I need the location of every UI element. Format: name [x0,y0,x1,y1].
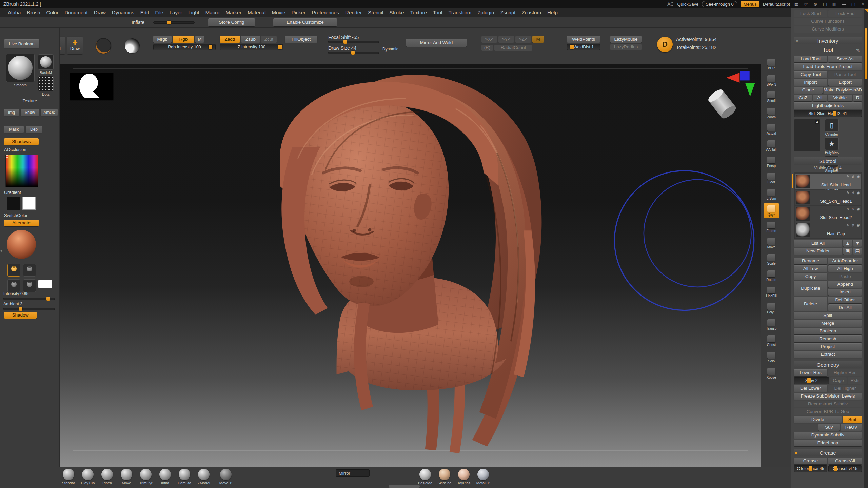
quick-material[interactable]: Metal 0° [475,469,491,485]
del-higher-button[interactable]: Del Higher [828,385,862,392]
higher-res-button[interactable]: Higher Res [828,369,862,376]
dep-button[interactable]: Dep [26,126,42,133]
lower-res-button[interactable]: Lower Res [794,369,827,376]
merge-button[interactable]: Merge [794,320,862,327]
shelf-button[interactable]: L.Sym [764,187,779,202]
curve-modifiers-button[interactable]: Curve Modifiers [794,26,862,33]
mirror-input[interactable] [336,469,370,477]
tool-thumbnail[interactable]: ★ PolyMes [822,137,842,155]
aocclusion-label[interactable]: AOcclusion [4,147,26,152]
insert-button[interactable]: Insert [828,289,862,296]
pen-icon[interactable]: ✎ [846,207,849,211]
material-thumbnail[interactable] [38,54,54,70]
eye-icon[interactable]: ◉ [856,207,860,211]
zadd-button[interactable]: Zadd [220,36,240,43]
maximize-button[interactable]: ▢ [850,2,856,7]
split-button[interactable]: Split [794,312,862,319]
geometry-header[interactable]: Geometry [794,361,862,368]
menu-item[interactable]: Layer [166,8,185,16]
current-tool-thumbnail[interactable]: 4 [794,119,820,151]
menu-item[interactable]: Movie [269,8,288,16]
menu-item[interactable]: Macro [202,8,223,16]
cage-button[interactable]: Cage [830,377,847,384]
shelf-button[interactable]: LineFill [764,285,779,300]
weld-points-button[interactable]: WeldPoints [567,36,600,43]
tool-thumbnail[interactable]: ▯ Cylinder [822,119,842,136]
reuv-button[interactable]: ReUV [841,424,862,431]
light-2-toggle[interactable] [23,264,36,277]
mirror-and-weld-button[interactable]: Mirror And Weld [406,39,467,47]
menu-item[interactable]: Zscript [497,8,518,16]
move-down-button[interactable]: ▼ [853,240,862,247]
menu-item[interactable]: Document [61,8,91,16]
rgb-intensity-slider[interactable]: Rgb Intensity 100 [153,44,216,50]
load-tool-button[interactable]: Load Tool [794,56,827,62]
shadow-button[interactable]: Shadow [4,312,37,319]
creaselvl-slider[interactable]: CreaseLvl 15 [828,465,862,472]
shelf-button[interactable]: Transp [764,317,779,332]
shelf-button[interactable]: Frame [764,220,779,235]
subtool-row[interactable]: ✎ ⊕ ◉ Std_Skin_Head2 [795,206,861,222]
document-canvas[interactable] [60,64,761,467]
gradient-sphere-icon[interactable] [125,38,140,53]
subtool-thumbnail[interactable] [796,175,810,188]
symmetry-z-button[interactable]: >Z< [515,36,531,43]
shelf-button[interactable]: Scroll [764,89,779,104]
menu-item[interactable]: Help [544,8,561,16]
all-low-button[interactable]: All Low [794,265,827,272]
quick-material[interactable]: ToyPlas [456,469,472,485]
canvas-scroll-nub[interactable] [389,485,420,488]
menus-button[interactable]: Menus [741,1,760,7]
edgeloop-button[interactable]: EdgeLoop [794,440,862,446]
goz-all-button[interactable]: All [813,95,826,101]
shelf-button[interactable]: Ghost [764,333,779,348]
smt-button[interactable]: Smt [843,416,862,423]
shelf-button[interactable]: PolyF [764,301,779,316]
cylinder-gizmo-icon[interactable] [707,87,738,121]
add-icon[interactable]: ⊕ [851,175,854,178]
light-3-toggle[interactable] [7,279,20,292]
clone-button[interactable]: Clone [794,87,823,94]
symmetry-y-button[interactable]: >Y< [498,36,514,43]
quicksave-button[interactable]: QuickSave [677,2,698,7]
goz-r-button[interactable]: R [853,95,862,101]
dynamic-subdiv-button[interactable]: Dynamic Subdiv [794,432,862,439]
document-thumbnail[interactable] [70,73,113,101]
freeze-subdivision-button[interactable]: Freeze SubDivision Levels [794,393,862,400]
z-intensity-slider[interactable]: Z Intensity 100 [220,44,283,50]
radial-r-button[interactable]: (R) [481,45,493,51]
mrgb-button[interactable]: Mrgb [153,36,172,43]
shelf-button[interactable]: SPix 3 [764,73,779,88]
rgb-button[interactable]: Rgb [173,36,194,43]
subtool-row[interactable]: ✎ ⊕ ◉ Std_Skin_Head [795,174,861,189]
alternate-button[interactable]: Alternate [4,220,39,226]
weld-dist-slider[interactable]: WeldDist 1 [567,44,600,50]
live-boolean-button[interactable]: Live Boolean [4,39,39,48]
quick-material[interactable]: SkinSha [436,469,453,485]
quick-brush[interactable]: Move [118,469,135,485]
lightbox-tools-button[interactable]: Lightbox▶Tools [794,102,862,109]
subtool-thumbnail[interactable] [796,223,810,237]
quick-material[interactable]: BasicMa [417,469,433,485]
boolean-button[interactable]: Boolean [794,328,862,334]
save-as-button[interactable]: Save As [828,56,862,62]
inventory-header[interactable]: « Inventory [794,37,862,44]
add-icon[interactable]: ⊕ [851,191,854,195]
shadows-button[interactable]: Shadows [4,138,39,145]
current-brush-icon[interactable] [96,38,111,54]
inflate-slider[interactable] [153,21,195,24]
menu-item[interactable]: Stencil [365,8,386,16]
paste-tool-button[interactable]: Paste Tool [828,71,862,78]
menu-item[interactable]: Preferences [309,8,342,16]
menu-item[interactable]: Zplugin [474,8,497,16]
autoreorder-button[interactable]: AutoReorder [828,258,862,264]
menu-item[interactable]: Picker [289,8,309,16]
shelf-button[interactable]: Floor [764,171,779,186]
light-color-swatch[interactable] [38,280,52,288]
menu-item[interactable]: Alpha [5,8,24,16]
stroke-thumbnail[interactable] [38,76,54,92]
axis-gizmo[interactable] [726,71,755,97]
dynamic-label[interactable]: Dynamic [382,47,398,52]
sculpt-3d-viewport[interactable] [60,64,761,467]
menu-item[interactable]: Render [342,8,365,16]
